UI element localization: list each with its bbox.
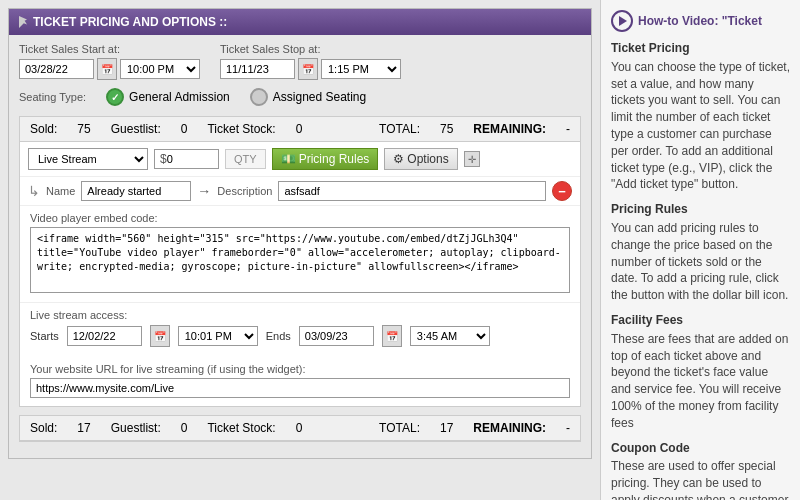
embed-section: Video player embed code: <iframe width="…	[20, 205, 580, 302]
stream-access-label: Live stream access:	[30, 309, 570, 321]
pricing-rules-label: Pricing Rules	[299, 152, 370, 166]
desc-input[interactable]	[278, 181, 546, 201]
ticket-controls-row-1: Live Stream $ QTY 💵 Pricing Rules ⚙ Opti…	[20, 142, 580, 176]
name-input[interactable]	[81, 181, 191, 201]
start-date-picker-btn[interactable]: 📅	[97, 58, 117, 80]
stock-value-2: 0	[296, 421, 303, 435]
sold-label-1: Sold:	[30, 122, 57, 136]
checkmark-icon: ✓	[111, 92, 119, 103]
name-label: Name	[46, 185, 75, 197]
panel-title: TICKET PRICING AND OPTIONS ::	[33, 15, 227, 29]
options-button[interactable]: ⚙ Options	[384, 148, 457, 170]
guestlist-label-2: Guestlist:	[111, 421, 161, 435]
sold-value-1: 75	[77, 122, 90, 136]
seating-type-label: Seating Type:	[19, 91, 86, 103]
stream-access-section: Live stream access: Starts 📅 10:01 PM En…	[20, 302, 580, 359]
url-section: Your website URL for live streaming (if …	[20, 359, 580, 406]
remaining-value-1: -	[566, 122, 570, 136]
guestlist-value-2: 0	[181, 421, 188, 435]
ticket-sales-stop: Ticket Sales Stop at: 📅 1:15 PM	[220, 43, 401, 80]
price-input-wrap: $	[154, 149, 219, 169]
pricing-rules-title: Pricing Rules	[611, 201, 790, 218]
indent-arrow-icon: ↳	[28, 183, 40, 199]
stream-end-time-select[interactable]: 3:45 AM	[410, 326, 490, 346]
ticket-pricing-text: You can choose the type of ticket, set a…	[611, 59, 790, 193]
play-triangle-icon	[619, 16, 627, 26]
dollar-icon: 💵	[281, 152, 296, 166]
total-value-1: 75	[440, 122, 453, 136]
assigned-seating-radio[interactable]	[250, 88, 268, 106]
ticket-sales-start: Ticket Sales Start at: 📅 10:00 PM	[19, 43, 200, 80]
options-label: Options	[407, 152, 448, 166]
ticket-stats-bar-1: Sold: 75 Guestlist: 0 Ticket Stock: 0 TO…	[20, 117, 580, 142]
sold-label-2: Sold:	[30, 421, 57, 435]
ticket-pricing-title: Ticket Pricing	[611, 40, 790, 57]
general-admission-radio[interactable]: ✓	[106, 88, 124, 106]
desc-label: Description	[217, 185, 272, 197]
ticket-sales-start-label: Ticket Sales Start at:	[19, 43, 200, 55]
remaining-label-1: REMAINING:	[473, 122, 546, 136]
guestlist-label-1: Guestlist:	[111, 122, 161, 136]
url-input[interactable]	[30, 378, 570, 398]
delete-button[interactable]: −	[552, 181, 572, 201]
stop-date-input[interactable]	[220, 59, 295, 79]
stream-end-date-input[interactable]	[299, 326, 374, 346]
arrow-right-icon: →	[197, 183, 211, 199]
assigned-seating-label: Assigned Seating	[273, 90, 366, 104]
coupon-code-text: These are used to offer special pricing.…	[611, 458, 790, 500]
price-input[interactable]	[167, 153, 212, 165]
stop-time-select[interactable]: 1:15 PM	[321, 59, 401, 79]
panel-header: TICKET PRICING AND OPTIONS ::	[9, 9, 591, 35]
total-label-2: TOTAL:	[379, 421, 420, 435]
sidebar-pricing-rules: Pricing Rules You can add pricing rules …	[611, 201, 790, 304]
ticket-type-select[interactable]: Live Stream	[28, 148, 148, 170]
facility-fees-title: Facility Fees	[611, 312, 790, 329]
stream-ends-label: Ends	[266, 330, 291, 342]
video-link[interactable]: How-to Video: "Ticket	[611, 10, 790, 32]
url-label: Your website URL for live streaming (if …	[30, 363, 570, 375]
ticket-section-2: Sold: 17 Guestlist: 0 Ticket Stock: 0 TO…	[19, 415, 581, 442]
general-admission-option[interactable]: ✓ General Admission	[106, 88, 230, 106]
sidebar-facility-fees: Facility Fees These are fees that are ad…	[611, 312, 790, 432]
stream-starts-label: Starts	[30, 330, 59, 342]
play-button-icon[interactable]	[611, 10, 633, 32]
sidebar-coupon-code: Coupon Code These are used to offer spec…	[611, 440, 790, 500]
stream-start-date-input[interactable]	[67, 326, 142, 346]
total-label-1: TOTAL:	[379, 122, 420, 136]
pricing-rules-text: You can add pricing rules to change the …	[611, 220, 790, 304]
general-admission-label: General Admission	[129, 90, 230, 104]
stream-start-date-picker[interactable]: 📅	[150, 325, 170, 347]
embed-code-textarea[interactable]: <iframe width="560" height="315" src="ht…	[30, 227, 570, 293]
coupon-code-title: Coupon Code	[611, 440, 790, 457]
remaining-label-2: REMAINING:	[473, 421, 546, 435]
stock-label-1: Ticket Stock:	[207, 122, 275, 136]
remaining-value-2: -	[566, 421, 570, 435]
qty-label: QTY	[225, 149, 266, 169]
ticket-name-row: ↳ Name → Description −	[20, 176, 580, 205]
facility-fees-text: These are fees that are added on top of …	[611, 331, 790, 432]
stream-start-time-select[interactable]: 10:01 PM	[178, 326, 258, 346]
stream-end-date-picker[interactable]: 📅	[382, 325, 402, 347]
stream-dates-row: Starts 📅 10:01 PM Ends 📅 3:45 AM	[30, 325, 570, 347]
start-time-select[interactable]: 10:00 PM	[120, 59, 200, 79]
ticket-stats-bar-2: Sold: 17 Guestlist: 0 Ticket Stock: 0 TO…	[20, 416, 580, 441]
video-link-label: How-to Video: "Ticket	[638, 13, 762, 30]
pricing-rules-button[interactable]: 💵 Pricing Rules	[272, 148, 379, 170]
stock-value-1: 0	[296, 122, 303, 136]
cursor-icon	[19, 16, 27, 28]
ticket-section-1: Sold: 75 Guestlist: 0 Ticket Stock: 0 TO…	[19, 116, 581, 407]
gear-icon: ⚙	[393, 152, 404, 166]
assigned-seating-option[interactable]: Assigned Seating	[250, 88, 366, 106]
stock-label-2: Ticket Stock:	[207, 421, 275, 435]
embed-code-label: Video player embed code:	[30, 212, 570, 224]
guestlist-value-1: 0	[181, 122, 188, 136]
start-date-input[interactable]	[19, 59, 94, 79]
move-handle[interactable]: ✛	[464, 151, 480, 167]
sidebar: How-to Video: "Ticket Ticket Pricing You…	[600, 0, 800, 500]
stop-date-picker-btn[interactable]: 📅	[298, 58, 318, 80]
ticket-sales-stop-label: Ticket Sales Stop at:	[220, 43, 401, 55]
sidebar-ticket-pricing: Ticket Pricing You can choose the type o…	[611, 40, 790, 193]
total-value-2: 17	[440, 421, 453, 435]
sold-value-2: 17	[77, 421, 90, 435]
dollar-sign: $	[160, 152, 167, 166]
